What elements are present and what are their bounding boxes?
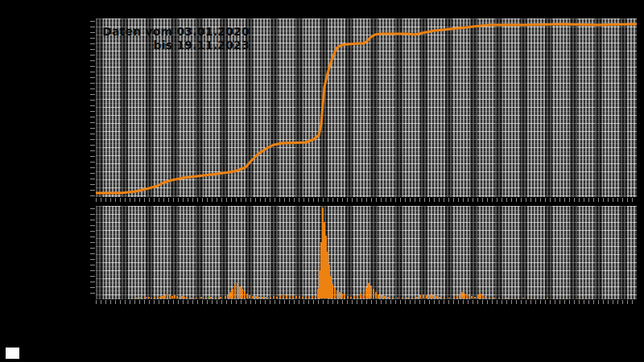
date-range-line1: Daten vom 03.01.2020 [102, 25, 250, 39]
date-range-annotation: Daten vom 03.01.2020 bis 19.11.2023 [102, 25, 250, 52]
white-corner-marker [6, 348, 19, 359]
date-range-line2: bis 19.11.2023 [102, 39, 250, 52]
daily-bars-panel [96, 206, 637, 299]
y-axis-ticks-bottom [90, 208, 95, 298]
daily-bar-chart [96, 206, 637, 299]
x-axis-ticks-top [96, 198, 637, 202]
y-axis-ticks-top [90, 21, 95, 196]
x-axis-ticks-bottom [96, 300, 637, 304]
